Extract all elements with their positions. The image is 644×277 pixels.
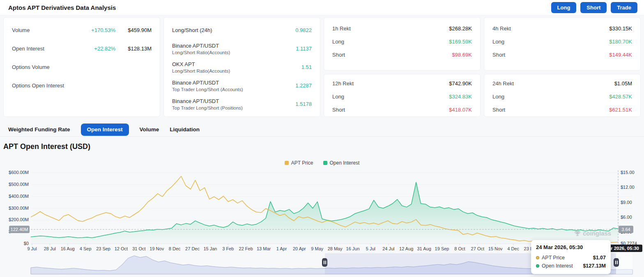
rekt-total: $268.28K xyxy=(449,25,472,32)
stat-label: Volume xyxy=(12,27,30,33)
ratio-title: Binance APT/USDT xyxy=(172,43,230,49)
page: Aptos APT Derivatives Data Analysis Long… xyxy=(0,0,644,277)
rekt-period: 12h Rekt xyxy=(332,80,354,87)
apt-price-swatch-icon xyxy=(285,161,289,165)
tab-liquidation[interactable]: Liquidation xyxy=(170,126,200,133)
rekt-total: $330.15K xyxy=(609,25,632,32)
rekt-column-1: 1h Rekt$268.28K Long$169.59K Short$98.69… xyxy=(324,17,481,117)
trade-button[interactable]: Trade xyxy=(611,2,637,13)
ratio-row: Binance APT/USDT Long/Short Ratio(Accoun… xyxy=(172,39,312,58)
ratio-value: 0.9822 xyxy=(295,27,312,33)
ratio-subtitle: Top Trader Long/Short (Positions) xyxy=(172,105,243,110)
long-button[interactable]: Long xyxy=(551,2,577,13)
ratio-subtitle: Long/Short Ratio(Accounts) xyxy=(172,69,230,73)
rekt-column-2: 4h Rekt$330.15K Long$180.70K Short$149.4… xyxy=(484,17,641,117)
rekt-card-1h: 1h Rekt$268.28K Long$169.59K Short$98.69… xyxy=(324,17,481,71)
tooltip-row-apt-price: APT Price $1.07 xyxy=(536,254,606,262)
rekt-short-value: $621.51K xyxy=(609,107,632,113)
stat-value: $459.90M xyxy=(115,27,152,33)
stat-row-open-interest: Open Interest +22.82% $128.13M xyxy=(12,39,152,58)
stat-row-volume: Volume +170.53% $459.90M xyxy=(12,21,152,39)
open-interest-swatch-icon xyxy=(323,161,327,165)
rekt-short-label: Short xyxy=(492,52,505,58)
watermark-text: coinglass xyxy=(583,230,611,237)
ratio-value: 1.5178 xyxy=(295,101,312,107)
rekt-period: 4h Rekt xyxy=(492,25,511,32)
stat-cards: Volume +170.53% $459.90M Open Interest +… xyxy=(3,17,641,117)
rekt-total: $1.05M xyxy=(614,80,632,87)
ratio-title: Binance APT/USDT xyxy=(172,98,243,104)
rekt-period: 24h Rekt xyxy=(492,80,514,87)
ratio-subtitle: Top Trader Long/Short (Accounts) xyxy=(172,87,243,92)
rekt-total: $742.90K xyxy=(449,80,472,87)
volume-stats-card: Volume +170.53% $459.90M Open Interest +… xyxy=(3,17,160,117)
chart-legend: APT Price Open Interest xyxy=(0,160,644,166)
rekt-short-value: $149.44K xyxy=(609,52,632,58)
ratio-value: 1.2287 xyxy=(295,82,312,89)
stat-label: Options Open Interest xyxy=(12,82,64,89)
ratio-row: OKX APT Long/Short Ratio(Accounts) 1.51 xyxy=(172,58,312,76)
crosshair-left-badge: 122.40M xyxy=(9,226,30,233)
legend-label: APT Price xyxy=(291,160,313,166)
navigator-right-handle[interactable] xyxy=(614,258,619,267)
coinglass-watermark: coinglass xyxy=(574,230,611,237)
chart-tooltip: 24 Mar 2026, 05:30 APT Price $1.07 Open … xyxy=(531,240,611,274)
stat-label: Open Interest xyxy=(12,46,44,52)
stat-row-options-open-interest: Options Open Interest xyxy=(12,76,152,95)
chart-title: APT Open Interest (USD) xyxy=(3,142,90,151)
navigator-left-handle[interactable] xyxy=(322,258,327,267)
page-title: Aptos APT Derivatives Data Analysis xyxy=(8,4,116,11)
trophy-icon xyxy=(574,230,581,237)
legend-item-open-interest[interactable]: Open Interest xyxy=(323,160,360,166)
stat-value: $128.13M xyxy=(115,46,152,52)
ratio-title: OKX APT xyxy=(172,61,230,67)
stat-change: +22.82% xyxy=(94,46,115,52)
rekt-period: 1h Rekt xyxy=(332,25,351,32)
rekt-long-label: Long xyxy=(332,94,344,100)
rekt-short-value: $98.69K xyxy=(452,52,472,58)
short-button[interactable]: Short xyxy=(580,2,607,13)
tab-open-interest[interactable]: Open Interest xyxy=(81,124,129,136)
rekt-long-label: Long xyxy=(492,39,504,45)
rekt-long-label: Long xyxy=(332,39,344,45)
rekt-long-value: $169.59K xyxy=(449,39,472,45)
stat-row-options-volume: Options Volume xyxy=(12,58,152,76)
rekt-short-label: Short xyxy=(332,52,345,58)
tab-volume[interactable]: Volume xyxy=(140,126,159,133)
rekt-long-value: $428.57K xyxy=(609,94,632,100)
rekt-card-4h: 4h Rekt$330.15K Long$180.70K Short$149.4… xyxy=(484,17,641,71)
ratio-row: Binance APT/USDT Top Trader Long/Short (… xyxy=(172,95,312,113)
ratio-title: Binance APT/USDT xyxy=(172,80,243,86)
rekt-long-label: Long xyxy=(492,94,504,100)
rekt-short-label: Short xyxy=(492,107,505,113)
tooltip-date: 24 Mar 2026, 05:30 xyxy=(536,244,606,250)
tab-bar: Weighted Funding Rate Open Interest Volu… xyxy=(0,123,644,137)
rekt-card-12h: 12h Rekt$742.90K Long$324.83K Short$418.… xyxy=(324,74,481,117)
ratio-value: 1.51 xyxy=(301,64,312,70)
legend-item-apt-price[interactable]: APT Price xyxy=(285,160,313,166)
header-actions: Long Short Trade xyxy=(551,2,637,13)
open-interest-dot-icon xyxy=(536,264,539,268)
stat-label: Options Volume xyxy=(12,64,50,70)
apt-price-dot-icon xyxy=(536,256,539,259)
header: Aptos APT Derivatives Data Analysis Long… xyxy=(0,0,644,16)
rekt-long-value: $324.83K xyxy=(449,94,472,100)
ratio-subtitle: Long/Short Ratio(Accounts) xyxy=(172,50,230,55)
ratio-row: Binance APT/USDT Top Trader Long/Short (… xyxy=(172,76,312,95)
long-short-ratio-card: Long/Short (24h) 0.9822 Binance APT/USDT… xyxy=(163,17,320,117)
ratio-row: Long/Short (24h) 0.9822 xyxy=(172,21,312,39)
legend-label: Open Interest xyxy=(330,160,360,166)
ratio-title: Long/Short (24h) xyxy=(172,27,212,33)
rekt-card-24h: 24h Rekt$1.05M Long$428.57K Short$621.51… xyxy=(484,74,641,117)
ratio-value: 1.1137 xyxy=(296,46,312,52)
rekt-long-value: $180.70K xyxy=(609,39,632,45)
tooltip-row-open-interest: Open Interest $127.13M xyxy=(536,262,606,270)
rekt-short-label: Short xyxy=(332,107,345,113)
crosshair-right-badge: 3.64 xyxy=(619,226,633,233)
rekt-short-value: $418.07K xyxy=(449,107,472,113)
tab-weighted-funding-rate[interactable]: Weighted Funding Rate xyxy=(8,126,70,133)
stat-change: +170.53% xyxy=(91,27,115,33)
